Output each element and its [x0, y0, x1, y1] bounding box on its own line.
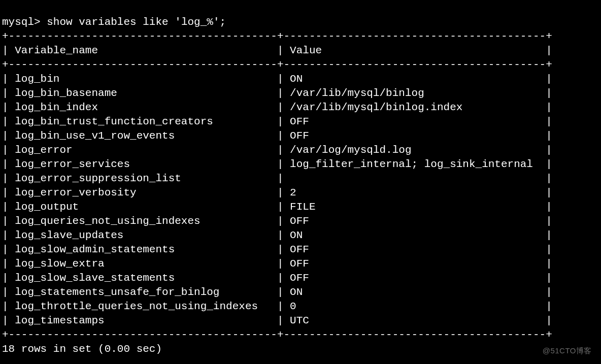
watermark: @51CTO博客: [543, 344, 592, 358]
terminal-output: mysql> show variables like 'log_%'; +---…: [0, 0, 601, 357]
table-body: | log_bin | ON | | log_bin_basename | /v…: [2, 73, 552, 326]
table-header-row: | Variable_name | Value |: [2, 45, 552, 56]
prompt-line: mysql> show variables like 'log_%';: [2, 16, 226, 28]
mysql-prompt: mysql>: [2, 16, 41, 28]
result-footer: 18 rows in set (0.00 sec): [2, 343, 162, 355]
sql-command: show variables like 'log_%';: [47, 16, 226, 28]
table-border-top: +---------------------------------------…: [2, 30, 552, 42]
table-border-bottom: +---------------------------------------…: [2, 329, 552, 341]
table-border-mid: +---------------------------------------…: [2, 59, 552, 71]
